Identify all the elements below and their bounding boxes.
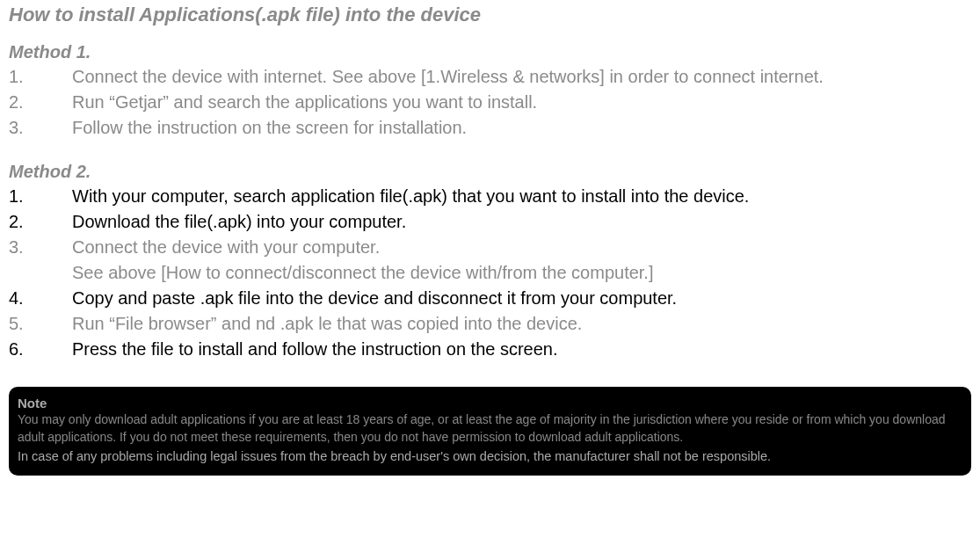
- list-item: 2. Download the file(.apk) into your com…: [9, 209, 971, 235]
- item-number: 2.: [9, 209, 72, 235]
- item-text: Connect the device with internet. See ab…: [72, 64, 971, 90]
- note-body-2: In case of any problems including legal …: [18, 447, 962, 465]
- item-number: 2.: [9, 90, 72, 115]
- list-item: 4. Copy and paste .apk file into the dev…: [9, 286, 971, 311]
- item-number: 3.: [9, 115, 72, 141]
- method-2-heading: Method 2.: [9, 162, 971, 182]
- list-item: 1. Connect the device with internet. See…: [9, 64, 971, 90]
- item-number: 1.: [9, 184, 72, 209]
- item-number: 6.: [9, 337, 72, 362]
- item-number: 1.: [9, 64, 72, 90]
- item-text: With your computer, search application f…: [72, 184, 971, 209]
- item-text: Download the file(.apk) into your comput…: [72, 209, 971, 235]
- item-number: 5.: [9, 311, 72, 337]
- item-number: 4.: [9, 286, 72, 311]
- list-item: 5. Run “File browser” and nd .apk le tha…: [9, 311, 971, 337]
- item-text: Copy and paste .apk file into the device…: [72, 286, 971, 311]
- item-text: Connect the device with your computer.: [72, 235, 971, 260]
- method-1-heading: Method 1.: [9, 42, 971, 62]
- item-text: Run “Getjar” and search the applications…: [72, 90, 971, 115]
- list-item: 6. Press the file to install and follow …: [9, 337, 971, 362]
- list-item: 3. Connect the device with your computer…: [9, 235, 971, 260]
- note-body-1: You may only download adult applications…: [18, 411, 962, 446]
- item-text: Press the file to install and follow the…: [72, 337, 971, 362]
- item-number: 3.: [9, 235, 72, 260]
- note-title: Note: [18, 396, 962, 411]
- item-subtext: See above [How to connect/disconnect the…: [9, 260, 971, 286]
- method-2-section: Method 2. 1. With your computer, search …: [9, 162, 971, 362]
- note-box: Note You may only download adult applica…: [9, 387, 971, 476]
- item-text: Follow the instruction on the screen for…: [72, 115, 971, 141]
- method-1-section: Method 1. 1. Connect the device with int…: [9, 42, 971, 141]
- list-item: 2. Run “Getjar” and search the applicati…: [9, 90, 971, 115]
- item-text: Run “File browser” and nd .apk le that w…: [72, 311, 971, 337]
- list-item: 3. Follow the instruction on the screen …: [9, 115, 971, 141]
- page-title: How to install Applications(.apk file) i…: [9, 4, 971, 26]
- list-item: 1. With your computer, search applicatio…: [9, 184, 971, 209]
